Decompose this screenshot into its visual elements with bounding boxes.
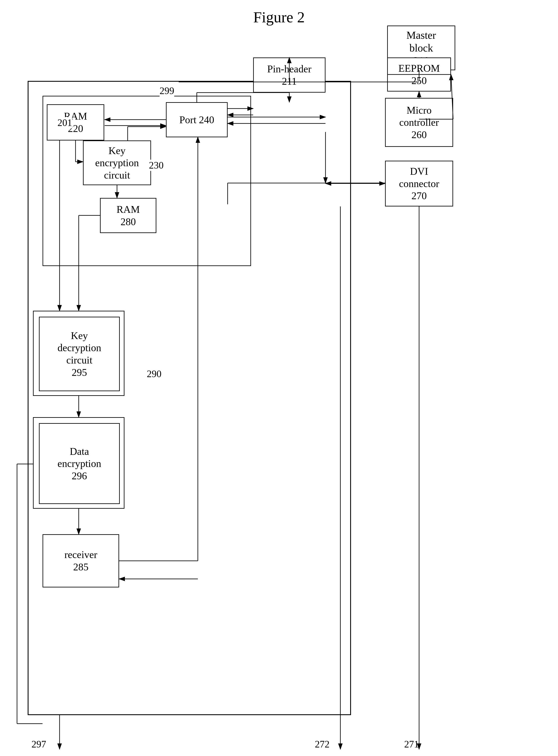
pin-header-label: Pin-header211 [267, 63, 311, 87]
label-299: 299 [159, 85, 174, 96]
label-272: 272 [315, 738, 330, 750]
label-297: 297 [31, 738, 46, 750]
ram280-label: RAM280 [117, 203, 140, 228]
figure-title: Figure 2 [253, 8, 305, 26]
eeprom-box: EEPROM250 [387, 57, 451, 92]
key-dec-label: Keydecryptioncircuit295 [57, 330, 101, 379]
label-290: 290 [147, 368, 161, 380]
label-271: 271 [404, 738, 419, 750]
port240-label: Port 240 [179, 114, 214, 126]
data-enc-inner-box: Dataencryption296 [39, 423, 120, 504]
label-230: 230 [149, 160, 163, 171]
key-dec-outer-box: Keydecryptioncircuit295 [33, 311, 124, 396]
receiver-box: receiver285 [43, 534, 119, 587]
receiver-label: receiver285 [65, 548, 97, 573]
pin-header-box: Pin-header211 [253, 57, 326, 93]
dvi-conn-label: DVIconnector270 [399, 165, 439, 202]
data-enc-label: Dataencryption296 [57, 445, 101, 482]
micro-ctrl-label: Microcontroller260 [399, 104, 439, 141]
ram280-box: RAM280 [100, 198, 156, 233]
label-201: 201 [57, 117, 72, 128]
port240-box: Port 240 [166, 102, 228, 137]
key-enc-label: Keyencryptioncircuit [95, 145, 139, 181]
key-enc-box: Keyencryptioncircuit [83, 141, 151, 185]
eeprom-label: EEPROM250 [399, 62, 440, 87]
dvi-conn-box: DVIconnector270 [385, 161, 453, 206]
ram220-box: RAM220 [47, 104, 104, 141]
data-enc-outer-box: Dataencryption296 [33, 417, 124, 509]
micro-ctrl-box: Microcontroller260 [385, 98, 453, 147]
key-dec-inner-box: Keydecryptioncircuit295 [39, 317, 120, 391]
